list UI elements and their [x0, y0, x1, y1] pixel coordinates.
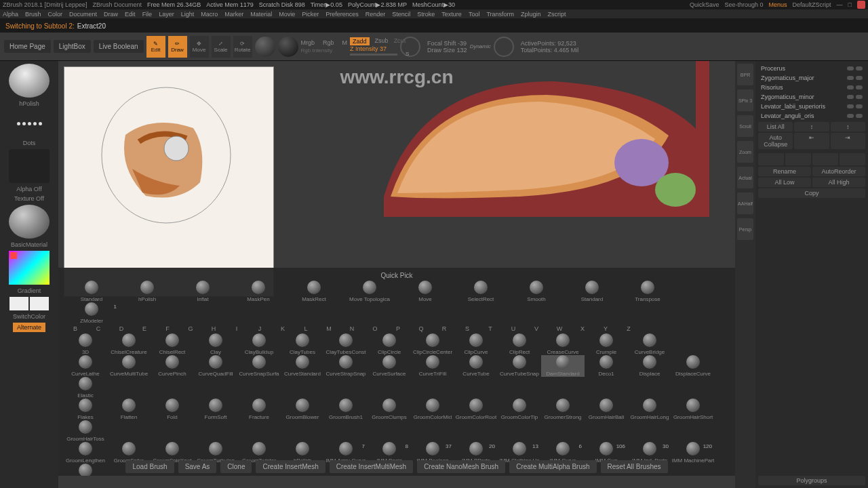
alpha-B[interactable]: B	[64, 325, 87, 332]
home-btn[interactable]: Home Page	[4, 40, 51, 53]
stroke-thumb[interactable]	[9, 110, 50, 137]
alllow-btn[interactable]: All Low	[758, 178, 811, 187]
brush-transpose[interactable]: Transpose	[620, 281, 675, 302]
alpha-K[interactable]: K	[271, 325, 294, 332]
qp-create-insertmesh[interactable]: Create InsertMesh	[256, 460, 325, 473]
brush-groomblower[interactable]: GroomBlower	[281, 399, 324, 420]
brush-crumple[interactable]: Crumple	[585, 333, 628, 355]
brush-cliprect[interactable]: ClipRect	[498, 333, 541, 355]
brush-groomhairball[interactable]: GroomHairBall	[585, 399, 628, 420]
brush-clipcirclecenter[interactable]: ClipCircleCenter	[411, 333, 454, 355]
rgb-intensity[interactable]: Rgb Intensity	[301, 47, 348, 54]
close-icon[interactable]	[857, 1, 865, 9]
brush-displacecurve[interactable]: DisplaceCurve	[671, 355, 715, 377]
icon3[interactable]	[812, 153, 838, 165]
brush-damstandard[interactable]: DamStandard	[541, 355, 585, 377]
menu-transform[interactable]: Transform	[486, 11, 514, 18]
menu-texture[interactable]: Texture	[441, 11, 462, 18]
qp-save-as[interactable]: Save As	[178, 460, 217, 473]
brush-groomhairshort[interactable]: GroomHairShort	[671, 399, 715, 420]
alpha-Z[interactable]: Z	[617, 325, 640, 332]
qp-load-brush[interactable]: Load Brush	[125, 460, 174, 473]
brush-claytubesconst[interactable]: ClayTubesConst	[324, 333, 368, 355]
brush-standard[interactable]: Standard	[64, 281, 119, 302]
switchcolor-label[interactable]: SwitchColor	[13, 313, 45, 320]
brush-creasecurve[interactable]: CreaseCurve	[541, 333, 585, 355]
zadd-btn[interactable]: Zadd	[350, 37, 370, 45]
brush-clay[interactable]: Clay	[194, 333, 237, 355]
brush-flakes[interactable]: Flakes	[64, 399, 107, 420]
brush-formsoft[interactable]: FormSoft	[194, 399, 237, 420]
qp-clone[interactable]: Clone	[220, 460, 252, 473]
menu-alpha[interactable]: Alpha	[3, 11, 18, 18]
mrgb-btn[interactable]: Mrgb	[301, 39, 315, 46]
qp-create-nanomesh-brush[interactable]: Create NanoMesh Brush	[417, 460, 505, 473]
alpha-V[interactable]: V	[525, 325, 548, 332]
brush-groombrush1[interactable]: GroomBrush1	[324, 399, 368, 420]
arrow-dn-icon[interactable]: ↕	[831, 122, 865, 131]
rgb-btn[interactable]: Rgb	[323, 39, 334, 46]
brush-clipcircle[interactable]: ClipCircle	[368, 333, 411, 355]
nav-left-icon[interactable]: ⇤	[794, 133, 829, 149]
menu-picker[interactable]: Picker	[302, 11, 319, 18]
brush-flatten[interactable]: Flatten	[107, 399, 151, 420]
alpha-Q[interactable]: Q	[410, 325, 433, 332]
liveboolean-btn[interactable]: Live Boolean	[94, 40, 144, 53]
alpha-T[interactable]: T	[479, 325, 502, 332]
move-btn[interactable]: ✥Move	[190, 36, 209, 58]
brush-groomcolorroot[interactable]: GroomColorRoot	[454, 399, 498, 420]
arrow-up-icon[interactable]: ↕	[794, 122, 829, 131]
quicksave-btn[interactable]: QuickSave	[690, 1, 719, 8]
subtool-item[interactable]: Risorius	[758, 83, 865, 92]
alpha-I[interactable]: I	[225, 325, 248, 332]
alpha-X[interactable]: X	[571, 325, 594, 332]
icon2[interactable]	[785, 153, 811, 165]
gradient-label[interactable]: Gradient	[18, 287, 41, 294]
menu-material[interactable]: Material	[250, 11, 272, 18]
brush-groomhairtoss[interactable]: GroomHairToss	[64, 420, 107, 442]
brush-fracture[interactable]: Fracture	[237, 399, 281, 420]
brush-curvetubesnap[interactable]: CurveTubeSnap	[498, 355, 541, 377]
brush-hpolish[interactable]: hPolish	[119, 281, 175, 302]
menus-btn[interactable]: Menus	[769, 1, 787, 8]
icon4[interactable]	[840, 153, 865, 165]
brush-move-topologica[interactable]: Move Topologica	[342, 281, 397, 302]
menu-brush[interactable]: Brush	[25, 11, 41, 18]
menu-light[interactable]: Light	[181, 11, 195, 18]
brush-deco1[interactable]: Deco1	[585, 355, 628, 377]
alpha-S[interactable]: S	[456, 325, 479, 332]
brush-maskrect[interactable]: MaskRect	[286, 281, 342, 302]
brush-curvesnapsurfa[interactable]: CurveSnapSurfa	[237, 355, 281, 377]
rs-bpr[interactable]: BPR	[737, 64, 753, 85]
menu-color[interactable]: Color	[48, 11, 63, 18]
alpha-E[interactable]: E	[133, 325, 156, 332]
brush-claytubes[interactable]: ClayTubes	[281, 333, 324, 355]
menu-render[interactable]: Render	[366, 11, 386, 18]
alpha-M[interactable]: M	[317, 325, 340, 332]
focal-dial[interactable]: S	[400, 37, 420, 57]
draw-btn[interactable]: ✏Draw	[168, 36, 187, 58]
qp-reset-all-brushes[interactable]: Reset All Brushes	[601, 460, 668, 473]
nav-right-icon[interactable]: ⇥	[831, 133, 865, 149]
brush-curvetube[interactable]: CurveTube	[454, 355, 498, 377]
brush-thumb[interactable]	[9, 64, 50, 98]
alpha-W[interactable]: W	[548, 325, 571, 332]
size-dial[interactable]	[494, 37, 514, 57]
menu-file[interactable]: File	[142, 11, 153, 18]
brush-curvequadfill[interactable]: CurveQuadFill	[194, 355, 237, 377]
alpha-C[interactable]: C	[87, 325, 110, 332]
color-picker[interactable]	[9, 251, 50, 285]
alpha-G[interactable]: G	[179, 325, 202, 332]
alpha-P[interactable]: P	[387, 325, 410, 332]
draw-size[interactable]: Draw Size 132	[427, 47, 467, 54]
rs-persp[interactable]: Persp	[737, 218, 753, 240]
subtool-item[interactable]: Levator_labii_superioris	[758, 102, 865, 111]
material-thumb[interactable]	[9, 205, 50, 239]
brush-clipcurve[interactable]: ClipCurve	[454, 333, 498, 355]
brush-groomcolormid[interactable]: GroomColorMid	[411, 399, 454, 420]
brush-curvelathe[interactable]: CurveLathe	[64, 355, 107, 377]
icon1[interactable]	[758, 153, 784, 165]
qp-create-insertmultimesh[interactable]: Create InsertMultiMesh	[330, 460, 413, 473]
brush-claybuildup[interactable]: ClayBuildup	[237, 333, 281, 355]
brush-groomcolortip[interactable]: GroomColorTip	[498, 399, 541, 420]
